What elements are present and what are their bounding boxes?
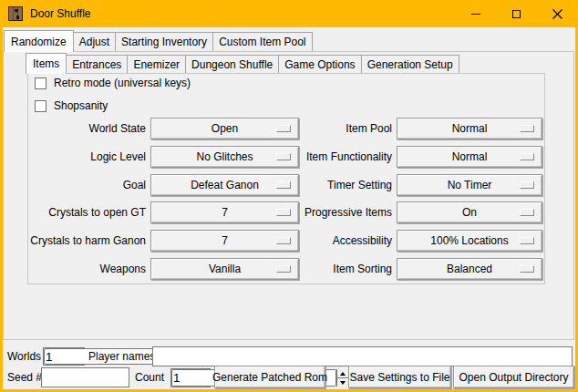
close-button[interactable] (537, 0, 578, 27)
dropdown-indicator-icon (520, 153, 534, 160)
dropdown-value: No Timer (448, 179, 492, 191)
tab-dungeon-shuffle[interactable]: Dungeon Shuffle (185, 55, 279, 73)
main-tab-bar: Randomize Adjust Starting Inventory Cust… (4, 30, 312, 52)
tab-label: Items (33, 57, 59, 70)
item-functionality-label: Item Functionality (246, 146, 392, 168)
tab-label: Enemizer (133, 58, 180, 71)
retro-mode-checkbox[interactable] (35, 77, 46, 89)
arrow-down-icon (340, 381, 346, 385)
dropdown-value: No Glitches (196, 150, 253, 163)
tab-items[interactable]: Items (26, 53, 67, 74)
weapons-label: Weapons (27, 258, 146, 280)
item-sorting-label: Item Sorting (246, 258, 392, 280)
door-app-icon (8, 6, 23, 21)
window-title: Door Shuffle (30, 7, 91, 20)
dropdown-value: 7 (222, 234, 228, 247)
dropdown-indicator-icon (520, 209, 534, 216)
shopsanity-checkbox[interactable] (35, 100, 46, 112)
tab-label: Dungeon Shuffle (191, 58, 273, 71)
tab-starting-inventory[interactable]: Starting Inventory (115, 32, 213, 51)
seed-input[interactable] (42, 368, 129, 387)
dropdown-value: 100% Locations (430, 234, 508, 247)
accessibility-dropdown[interactable]: 100% Locations (397, 230, 542, 252)
retro-mode-label: Retro mode (universal keys) (54, 77, 191, 89)
tab-label: Randomize (11, 36, 67, 48)
progressive-items-label: Progressive Items (246, 201, 392, 223)
dropdown-indicator-icon (520, 265, 534, 273)
dropdown-indicator-icon (520, 181, 534, 189)
maximize-button[interactable] (496, 0, 537, 27)
goal-label: Goal (27, 174, 146, 196)
seed-field-wrap (41, 367, 129, 387)
dropdown-value: 7 (222, 206, 228, 219)
dropdown-value: Normal (452, 122, 488, 135)
player-names-field-wrap (152, 346, 573, 366)
tab-label: Entrances (72, 58, 121, 71)
dropdown-value: Open (212, 122, 238, 135)
dropdown-value: Vanilla (209, 263, 241, 275)
dropdown-indicator-icon (520, 237, 534, 244)
tab-label: Generation Setup (367, 58, 453, 71)
shopsanity-row: Shopsanity (35, 99, 108, 112)
world-state-label: World State (27, 118, 146, 139)
titlebar: Door Shuffle (0, 0, 578, 27)
timer-setting-dropdown[interactable]: No Timer (397, 174, 542, 196)
item-pool-dropdown[interactable]: Normal (397, 118, 542, 139)
close-icon (552, 9, 563, 19)
player-names-label: Player names (88, 346, 155, 366)
generate-patched-rom-button[interactable]: Generate Patched Rom (214, 366, 325, 388)
tab-randomize[interactable]: Randomize (4, 30, 74, 52)
count-label: Count (135, 367, 164, 387)
spinner-up-button[interactable] (337, 369, 348, 377)
retro-mode-row: Retro mode (universal keys) (35, 77, 191, 89)
open-output-directory-button[interactable]: Open Output Directory (453, 366, 574, 388)
tab-enemizer[interactable]: Enemizer (127, 55, 186, 73)
spinner-down-button[interactable] (337, 377, 348, 387)
item-pool-label: Item Pool (246, 118, 392, 139)
item-sorting-dropdown[interactable]: Balanced (397, 258, 542, 280)
dropdown-value: Normal (452, 150, 488, 163)
dropdown-indicator-icon (520, 125, 534, 132)
worlds-label: Worlds (7, 346, 41, 366)
tab-label: Adjust (79, 36, 109, 48)
save-settings-button[interactable]: Save Settings to File (348, 366, 451, 388)
crystals-ganon-label: Crystals to harm Ganon (27, 230, 146, 252)
player-names-input[interactable] (153, 347, 572, 366)
minimize-button[interactable] (455, 0, 496, 27)
accessibility-label: Accessibility (246, 230, 392, 252)
logic-level-label: Logic Level (27, 146, 146, 168)
seed-label: Seed # (7, 367, 42, 387)
maximize-icon (512, 10, 521, 18)
tab-custom-item-pool[interactable]: Custom Item Pool (212, 32, 312, 51)
spinner-buttons (336, 369, 348, 387)
worlds-spinner[interactable] (43, 347, 85, 366)
tab-adjust[interactable]: Adjust (73, 32, 116, 51)
tab-label: Game Options (284, 58, 355, 71)
count-spinner[interactable] (170, 368, 211, 387)
tab-generation-setup[interactable]: Generation Setup (361, 55, 459, 73)
tab-game-options[interactable]: Game Options (278, 55, 361, 73)
window-controls (455, 0, 578, 27)
sub-tab-bar: Items Entrances Enemizer Dungeon Shuffle… (26, 53, 459, 74)
tab-label: Starting Inventory (121, 36, 207, 48)
item-functionality-dropdown[interactable]: Normal (397, 146, 542, 168)
dropdown-value: On (462, 206, 477, 219)
timer-setting-label: Timer Setting (246, 174, 392, 196)
tab-entrances[interactable]: Entrances (66, 55, 128, 73)
tab-label: Custom Item Pool (219, 36, 305, 48)
progressive-items-dropdown[interactable]: On (397, 201, 542, 223)
crystals-gt-label: Crystals to open GT (27, 201, 146, 223)
shopsanity-label: Shopsanity (54, 99, 108, 112)
arrow-up-icon (340, 372, 346, 376)
app-window: Door Shuffle Randomize Adjust (0, 0, 578, 392)
dropdown-value: Balanced (447, 263, 492, 275)
minimize-icon (471, 14, 480, 15)
window-body: Randomize Adjust Starting Inventory Cust… (3, 27, 575, 389)
